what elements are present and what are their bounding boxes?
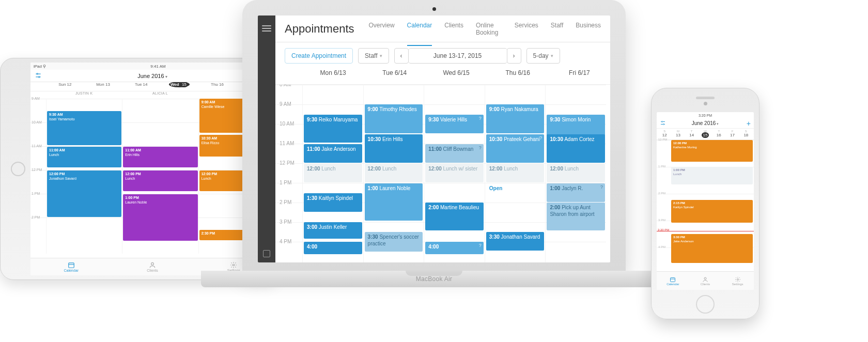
event-time: 9:30 [307,117,317,122]
appointment-event[interactable]: 12:00 Lunch [547,164,605,182]
day-header[interactable]: Mon 13 [84,82,122,91]
appointment-event[interactable]: 2:15 PMKaitlyn Spindel [671,200,753,223]
nav-online-booking[interactable]: Online Booking [476,15,502,45]
day-column: 9:30 Valerie Hills?11:00 Cliff Bowman?12… [424,85,485,262]
day-number[interactable]: 14 [685,133,699,137]
day-number[interactable]: 16 [712,133,725,137]
appointment-event[interactable]: 9:00 Timothy Rhodes [365,104,423,133]
appointment-event[interactable]: 4:00 [304,242,362,254]
nav-clients[interactable]: Clients [444,15,463,45]
square-logo-icon[interactable] [263,250,270,257]
appointment-event[interactable]: 1:00 Lauren Noble [365,183,423,221]
nav-calendar[interactable]: Calendar [407,15,432,45]
day-number[interactable]: 15 [699,133,712,137]
appointment-event[interactable]: 1:00 PMLunch [671,167,753,184]
appointment-event[interactable]: 11:00 AMLunch [47,147,121,167]
appointment-event[interactable]: 11:00 AMErin Hills [123,147,197,167]
nav-overview[interactable]: Overview [369,15,395,45]
tab-clients[interactable]: Clients [112,258,193,275]
appointment-event[interactable]: 12:00 PMKatherine Moring [671,140,753,162]
nav-staff[interactable]: Staff [551,15,563,45]
appointment-event[interactable]: 12:00 PMLunch [123,170,197,191]
appointment-event[interactable]: 2:00 Martine Beaulieu [425,203,484,230]
day-label: Wed 15 [169,82,190,87]
event-time: 3:30 [368,234,378,240]
day-header[interactable]: Thu 6/16 [487,69,549,84]
svg-point-11 [663,123,664,125]
appointment-event[interactable]: 12:00 Lunch w/ sister [425,164,484,182]
filter-icon[interactable] [35,72,42,80]
day-number[interactable]: 12 [658,133,671,137]
day-header[interactable]: Thu 16 [198,82,237,91]
ipad-top-bar: June 2016 [30,70,274,82]
event-title: Adam Cortez [564,136,594,142]
ipad-screen: iPad ⚲ 9:41 AM June 2016 Sun 12 Mon 13 T… [30,63,274,275]
nav-services[interactable]: Services [515,15,538,45]
ipad-grid[interactable]: 2 PM1 PM12 PM11 AM10 AM9 AM 9:30 AMIssei… [30,99,274,254]
appointment-event[interactable]: 1:00 PMLauren Noble [123,194,197,241]
ipad-home-button[interactable] [11,162,25,176]
appointment-event[interactable]: 3:00 Justin Keller [304,222,362,239]
appointment-event[interactable]: 9:30 Valerie Hills? [425,115,484,133]
camera-icon [704,102,707,105]
appointment-event[interactable]: Open [486,183,545,221]
hamburger-icon[interactable] [262,24,271,33]
iphone-week-strip[interactable]: SMTWTFS 12131415161718 [657,129,754,140]
event-title: Lunch [49,153,119,158]
create-appointment-button[interactable]: Create Appointment [285,48,353,64]
appointment-event[interactable]: 9:30 Reiko Maruyama [304,115,362,143]
appointment-event[interactable]: 9:30 AMIssei Yamamoto [47,111,121,145]
iphone-home-button[interactable] [696,295,715,314]
staff-filter-button[interactable]: Staff [358,48,389,64]
day-header[interactable]: Tue 6/14 [364,69,425,84]
appointment-event[interactable]: 10:30 Adam Cortez [547,134,605,163]
appointment-event[interactable]: 1:00 Jaclyn R.? [547,183,605,202]
month-picker[interactable]: June 2016 [692,120,719,126]
appointment-event[interactable]: 10:30 Prateek Gehani? [486,134,545,163]
appointment-event[interactable]: 9:00 Ryan Nakamura [486,104,545,133]
appointment-event[interactable]: 2:00 Pick up Aunt Sharon from airport [547,203,605,230]
appointment-event[interactable]: 11:00 Jake Anderson [304,144,362,163]
day-header[interactable]: Mon 6/13 [302,69,364,84]
appointment-event[interactable]: 3:30 Spencer's soccer practice [365,232,423,252]
appointment-event[interactable]: 12:00 PMJonathon Savard [47,170,121,217]
day-header[interactable]: Tue 14 [122,82,160,91]
iphone-top-bar: June 2016 + [657,118,754,129]
pending-icon: ? [600,184,603,190]
appointment-event[interactable]: 3:30 PMJake Anderson [671,234,753,263]
date-range-label[interactable]: June 13-17, 2015 [409,48,507,64]
iphone-screen: 3:20 PM June 2016 + SMTWTFS 121314151617… [657,112,754,290]
appointment-event[interactable]: 12:00 Lunch [304,164,362,182]
appointment-event[interactable]: 3:30 Jonathan Savard [486,232,545,251]
svg-point-6 [151,262,154,265]
filter-icon[interactable] [660,120,666,127]
day-number[interactable]: 18 [739,133,753,137]
tab-clients[interactable]: Clients [689,272,722,290]
mac-sidebar [258,15,275,262]
tab-calendar[interactable]: Calendar [30,258,112,275]
appointment-event[interactable]: 12:00 Lunch [365,164,423,182]
appointment-event[interactable]: 4:00 ? [425,242,484,254]
day-header-today[interactable]: Wed 15 [160,82,198,91]
appointment-event[interactable]: 10:30 Erin Hills [365,134,423,163]
appointment-event[interactable]: 11:00 Cliff Bowman? [425,144,484,163]
mac-grid[interactable]: 4 PM3 PM2 PM1 PM12 PM11 AM10 AM9 AM8 AM … [275,85,610,262]
prev-button[interactable]: ‹ [394,48,409,64]
day-number[interactable]: 17 [725,133,739,137]
next-button[interactable]: › [507,48,521,64]
add-button[interactable]: + [747,120,751,127]
day-number[interactable]: 13 [671,133,685,137]
event-time: 10:30 [550,136,563,142]
event-time: 9:30 AM [49,113,119,117]
iphone-grid[interactable]: 4 PM3 PM2 PM1 PM12 PM 12:00 PMKatherine … [657,140,754,273]
view-mode-button[interactable]: 5-day [526,48,560,64]
nav-business[interactable]: Business [576,15,601,45]
tab-settings[interactable]: Settings [721,272,754,290]
day-header[interactable]: Fri 6/17 [549,69,610,84]
month-picker[interactable]: June 2016 [137,73,167,79]
tab-calendar[interactable]: Calendar [657,272,689,290]
day-header[interactable]: Wed 6/15 [425,69,487,84]
appointment-event[interactable]: 12:00 Lunch [486,164,545,182]
appointment-event[interactable]: 1:30 Kaitlyn Spindel [304,193,362,212]
day-header[interactable]: Sun 12 [46,82,84,91]
